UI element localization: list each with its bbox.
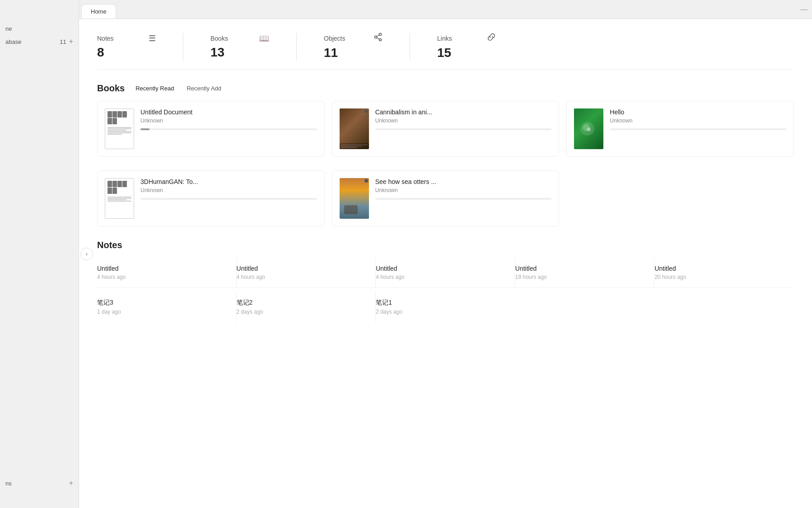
sidebar-bottom-label: ns: [5, 480, 12, 487]
book-info-4: See how sea otters ... Unknown: [375, 178, 552, 200]
book-indicator-1: [364, 109, 368, 113]
book-title-3: 3DHumanGAN: To...: [140, 178, 317, 185]
stat-divider-1: [183, 33, 183, 60]
book-thumb-1: [340, 108, 369, 149]
note-item-2[interactable]: Untitled 4 hours ago: [376, 258, 515, 288]
book-info-2: Hello Unknown: [610, 108, 786, 130]
book-title-2: Hello: [610, 108, 786, 116]
book-info-0: Untitled Document Unknown: [140, 108, 317, 130]
note-title-1: Untitled: [237, 265, 369, 272]
note-item-3[interactable]: Untitled 19 hours ago: [515, 258, 655, 288]
sidebar-collapse-button[interactable]: ‹: [80, 248, 93, 260]
note-item-7[interactable]: 笔记1 2 days ago: [376, 292, 515, 322]
note-title-3: Untitled: [515, 265, 647, 272]
sidebar-item-abase-label: abase: [5, 38, 21, 45]
book-card-3[interactable]: 3DHumanGAN: To... Unknown: [97, 170, 325, 226]
note-time-5: 1 day ago: [97, 309, 229, 315]
recently-read-tab[interactable]: Recently Read: [134, 84, 176, 93]
note-title-4: Untitled: [654, 265, 787, 272]
book-author-0: Unknown: [140, 118, 317, 124]
book-info-3: 3DHumanGAN: To... Unknown: [140, 178, 317, 200]
book-thumb-3: [105, 178, 134, 219]
note-item-1[interactable]: Untitled 4 hours ago: [237, 258, 376, 288]
stat-notes-label: Notes: [97, 35, 114, 42]
book-author-4: Unknown: [375, 187, 552, 193]
note-time-3: 19 hours ago: [515, 274, 647, 280]
book-info-1: Cannibalism in ani... Unknown: [375, 108, 552, 130]
empty-slot: [566, 170, 794, 226]
note-title-5: 笔记3: [97, 299, 229, 307]
notes-section: Notes Untitled 4 hours ago Untitled 4 ho…: [97, 240, 794, 322]
main-content: Notes ☰ 8 Books 📖 13 Objects: [79, 19, 812, 508]
stat-books[interactable]: Books 📖 13: [210, 33, 269, 60]
book-thumb-4: [340, 178, 369, 219]
notes-grid-row1: Untitled 4 hours ago Untitled 4 hours ag…: [97, 258, 794, 288]
book-progress-0: [140, 128, 317, 130]
books-grid-row1: Untitled Document Unknown: [97, 101, 794, 157]
objects-icon: [373, 33, 383, 44]
stat-books-label: Books: [210, 35, 228, 42]
recently-add-tab[interactable]: Recently Add: [185, 84, 223, 93]
note-item-4[interactable]: Untitled 20 hours ago: [654, 258, 794, 288]
note-title-6: 笔记2: [237, 299, 369, 307]
stat-objects-label: Objects: [324, 35, 345, 42]
stat-links-count: 15: [437, 46, 496, 60]
note-time-1: 4 hours ago: [237, 274, 369, 280]
note-item-6[interactable]: 笔记2 2 days ago: [237, 292, 376, 322]
book-indicator-4: [364, 179, 368, 183]
book-progress-fill-0: [140, 128, 149, 130]
window-close-button[interactable]: —: [800, 5, 807, 14]
tab-bar: Home —: [79, 0, 812, 19]
note-time-6: 2 days ago: [237, 309, 369, 315]
stat-divider-2: [296, 33, 297, 60]
sidebar-item-ne-label: ne: [5, 25, 12, 32]
book-card-4[interactable]: See how sea otters ... Unknown: [332, 170, 560, 226]
stat-divider-3: [410, 33, 410, 60]
links-icon: [487, 33, 496, 44]
note-time-7: 2 days ago: [376, 309, 508, 315]
book-author-1: Unknown: [375, 118, 552, 124]
book-thumb-0: [105, 108, 134, 149]
stat-objects-count: 11: [324, 46, 383, 60]
stat-books-count: 13: [210, 45, 269, 60]
svg-point-1: [379, 33, 382, 36]
sidebar-bottom-plus[interactable]: +: [69, 479, 73, 487]
books-icon: 📖: [259, 33, 269, 43]
sidebar-bottom-item[interactable]: ns +: [0, 476, 79, 490]
svg-point-2: [379, 39, 382, 41]
note-title-2: Untitled: [376, 265, 508, 272]
stat-notes-count: 8: [97, 45, 156, 60]
book-card-2[interactable]: Hello Unknown: [566, 101, 794, 157]
stat-notes[interactable]: Notes ☰ 8: [97, 33, 156, 60]
book-progress-4: [375, 198, 552, 200]
stat-links[interactable]: Links 15: [437, 33, 496, 60]
sidebar: ne abase 11 + ns +: [0, 0, 79, 508]
notes-section-title: Notes: [97, 240, 122, 250]
sidebar-item-ne[interactable]: ne: [0, 23, 79, 35]
note-item-0[interactable]: Untitled 4 hours ago: [97, 258, 237, 288]
sidebar-plus-button[interactable]: +: [69, 38, 73, 46]
stats-row: Notes ☰ 8 Books 📖 13 Objects: [97, 33, 794, 70]
note-time-4: 20 hours ago: [654, 274, 787, 280]
book-title-1: Cannibalism in ani...: [375, 108, 552, 116]
books-section-header: Books Recently Read Recently Add: [97, 83, 794, 94]
book-card-1[interactable]: Cannibalism in ani... Unknown: [332, 101, 560, 157]
book-title-0: Untitled Document: [140, 108, 317, 116]
stat-links-label: Links: [437, 35, 452, 42]
note-item-5[interactable]: 笔记3 1 day ago: [97, 292, 237, 322]
book-progress-1: [375, 128, 552, 130]
stat-objects[interactable]: Objects 11: [324, 33, 383, 60]
sidebar-item-abase-count: 11 +: [60, 38, 73, 46]
note-time-0: 4 hours ago: [97, 274, 229, 280]
books-section-title: Books: [97, 83, 125, 94]
note-title-7: 笔记1: [376, 299, 508, 307]
svg-point-0: [375, 36, 377, 38]
sidebar-item-abase[interactable]: abase 11 +: [0, 35, 79, 48]
book-card-0[interactable]: Untitled Document Unknown: [97, 101, 325, 157]
svg-line-3: [377, 35, 379, 37]
notes-grid-row2: 笔记3 1 day ago 笔记2 2 days ago 笔记1 2 days …: [97, 292, 794, 322]
book-title-4: See how sea otters ...: [375, 178, 552, 185]
home-tab[interactable]: Home: [81, 4, 116, 19]
svg-line-4: [377, 38, 379, 39]
books-grid-row2: 3DHumanGAN: To... Unknown See how sea ot…: [97, 170, 794, 226]
